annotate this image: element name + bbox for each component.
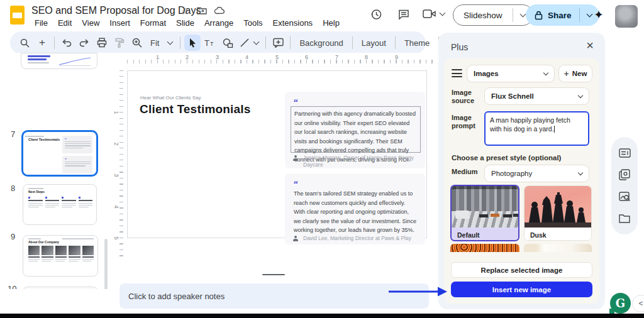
horizontal-ruler (127, 60, 435, 63)
background-button[interactable]: Background (294, 38, 348, 48)
testimonial-author-2: David Lee, Marketing Director at Paws & … (292, 235, 421, 242)
paint-format-icon[interactable] (111, 35, 128, 51)
speaker-notes-placeholder: Click to add speaker notes (128, 292, 225, 301)
meet-camera-button[interactable] (423, 8, 445, 19)
ruler-number: 5 (113, 236, 119, 239)
window-edge (0, 314, 644, 318)
account-avatar[interactable] (615, 5, 638, 28)
chevron-down-icon (578, 92, 583, 97)
hamburger-menu-icon[interactable] (452, 69, 462, 77)
grammarly-icon[interactable]: G (610, 293, 631, 314)
menu-help[interactable]: Help (318, 17, 344, 29)
new-slide-plus-icon[interactable]: + (34, 35, 50, 51)
insert-new-image-button[interactable]: Insert new image (451, 282, 592, 297)
replace-selected-image-button[interactable]: Replace selected image (451, 262, 592, 278)
style-card-dusk[interactable]: Dusk (524, 185, 592, 241)
collection-select[interactable]: Images (467, 65, 555, 82)
gemini-sparkle-icon[interactable]: ✦ (594, 8, 604, 22)
slideshow-button[interactable]: Slideshow (453, 4, 533, 26)
text-box-icon[interactable]: TT (202, 35, 218, 51)
ruler-number: 1 (156, 54, 159, 60)
zoom-icon[interactable] (129, 35, 145, 51)
testimonial-text-1[interactable]: Partnering with this agency dramatically… (291, 106, 421, 153)
google-slides-logo[interactable] (10, 6, 25, 25)
insert-line-icon[interactable] (237, 38, 262, 47)
menu-edit[interactable]: Edit (53, 17, 76, 29)
ruler-number: 9 (395, 54, 398, 60)
insert-shape-icon[interactable] (219, 35, 236, 51)
new-button[interactable]: + New (558, 65, 592, 82)
share-button[interactable]: Share (526, 4, 599, 26)
theme-button[interactable]: Theme (399, 38, 435, 48)
redo-icon[interactable] (76, 35, 92, 51)
collapse-rail-icon[interactable]: < (632, 295, 644, 312)
speaker-notes[interactable]: Click to add speaker notes (119, 283, 429, 309)
chess-silhouette (525, 186, 592, 228)
menu-slide[interactable]: Slide (172, 17, 199, 29)
search-menus-icon[interactable] (16, 35, 33, 51)
style-card-default[interactable]: Default (450, 185, 519, 241)
comment-icon[interactable] (397, 8, 410, 23)
menu-arrange[interactable]: Arrange (200, 17, 238, 29)
medium-select[interactable]: Photography (484, 165, 589, 182)
menu-format[interactable]: Format (136, 17, 170, 29)
testimonial-card-2[interactable]: “ The team's tailored SEM strategy enabl… (285, 173, 425, 244)
plus-addon-content: Images + New Image source Flux Schnell I… (444, 58, 599, 304)
image-stack-icon[interactable] (619, 169, 630, 180)
menu-file[interactable]: File (30, 17, 52, 29)
star-icon[interactable]: ☆ (181, 6, 189, 16)
ruler-number: 2 (113, 142, 119, 145)
slide-thumbnail-8[interactable]: Next Steps (23, 184, 97, 225)
version-history-icon[interactable] (370, 8, 382, 23)
style-card-partial-2[interactable] (524, 244, 592, 252)
slide-eyebrow[interactable]: Hear What Our Clients Say (140, 95, 201, 101)
menu-tools[interactable]: Tools (239, 17, 267, 29)
testimonial-author-1: Jessica Morgan, Owner of Happy Paws Dogg… (292, 155, 421, 168)
notes-resize-handle[interactable] (262, 274, 285, 275)
chevron-down-icon (578, 170, 583, 175)
testimonial-text-2[interactable]: The team's tailored SEM strategy enabled… (291, 187, 421, 233)
camera-caret-icon[interactable] (440, 10, 446, 16)
person-icon (292, 155, 298, 161)
dusk-style-image (525, 186, 591, 228)
slide-thumbnail-6-partial[interactable] (21, 53, 97, 69)
cloud-saved-icon[interactable] (214, 6, 225, 16)
slides-card-icon[interactable] (619, 148, 631, 158)
slide-title[interactable]: Client Testimonials (140, 102, 251, 116)
layout-button[interactable]: Layout (357, 38, 391, 48)
image-prompt-input[interactable]: A man happily playing fetch with his dog… (484, 111, 589, 146)
insert-comment-icon[interactable] (270, 35, 286, 51)
select-tool-icon[interactable] (184, 35, 201, 51)
ruler-number: 3 (113, 173, 119, 177)
document-title[interactable]: SEO and SEM Proposal for Dog Days (31, 5, 201, 16)
image-prompt-label: Image prompt (452, 114, 479, 130)
slide-page[interactable]: Hear What Our Clients Say Client Testimo… (127, 70, 427, 238)
testimonial-card-1[interactable]: “ Partnering with this agency dramatical… (285, 92, 425, 168)
person-icon (292, 236, 298, 241)
style-card-partial-1[interactable] (450, 244, 519, 252)
zoom-fit-select[interactable]: Fit (147, 38, 176, 48)
ruler-number: 5 (275, 54, 279, 60)
menu-extensions[interactable]: Extensions (269, 17, 318, 29)
image-search-icon[interactable] (619, 192, 631, 202)
ruler-number: 4 (113, 205, 119, 208)
print-icon[interactable] (94, 35, 110, 51)
share-label: Share (543, 11, 579, 20)
default-style-image (452, 186, 518, 228)
image-source-select[interactable]: Flux Schnell (484, 87, 589, 105)
slide-thumbnail-7[interactable]: Client Testimonials " " (21, 130, 98, 177)
style-label: Default (452, 228, 518, 241)
undo-icon[interactable] (58, 35, 75, 51)
close-panel-icon[interactable]: × (586, 39, 594, 52)
menu-view[interactable]: View (77, 17, 104, 29)
slide-thumbnail-9[interactable]: About Our Company (23, 235, 98, 277)
folder-icon[interactable] (619, 214, 630, 223)
menu-bar: File Edit View Insert Format Slide Arran… (30, 17, 344, 29)
chevron-down-icon (543, 70, 548, 75)
vertical-ruler (119, 70, 123, 259)
plus-icon: + (564, 69, 569, 79)
ruler-number: 6 (305, 54, 308, 60)
menu-insert[interactable]: Insert (105, 17, 135, 29)
move-folder-icon[interactable] (197, 6, 207, 16)
side-rail (611, 137, 638, 234)
